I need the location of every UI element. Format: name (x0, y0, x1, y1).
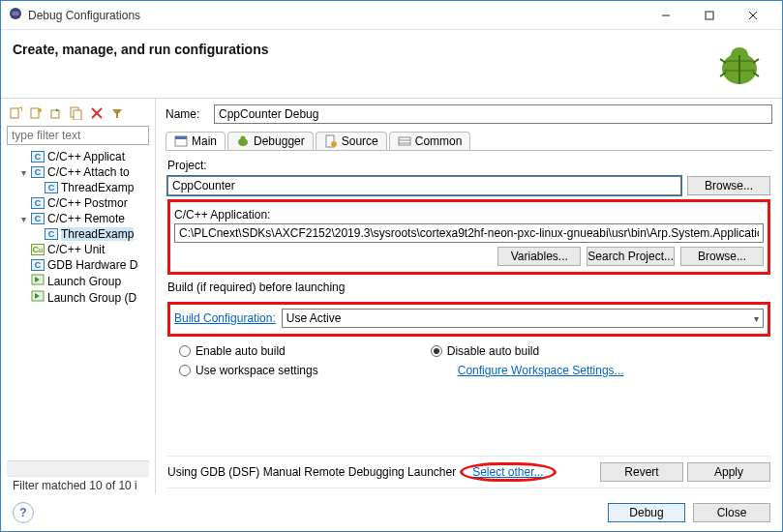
tab-common-label: Common (415, 134, 463, 148)
svg-rect-32 (399, 137, 410, 145)
c-unit-icon: Cu (31, 244, 45, 255)
tab-debugger[interactable]: Debugger (227, 132, 314, 150)
help-icon[interactable]: ? (13, 502, 34, 523)
window-title: Debug Configurations (28, 9, 644, 22)
build-config-redbox: Build Configuration: Use Active ▾ (167, 302, 770, 337)
delete-config-icon[interactable] (88, 104, 105, 122)
tree-node-launch-group-deprecated[interactable]: Launch Group (D (7, 289, 149, 306)
svg-text:+: + (18, 106, 22, 115)
svg-point-31 (331, 141, 337, 147)
c-icon: C (31, 213, 45, 224)
c-icon: C (45, 182, 58, 193)
close-button[interactable]: Close (693, 503, 770, 522)
c-icon: C (31, 197, 45, 209)
config-tabs: Main Debugger Source Common (166, 132, 772, 151)
tree-node-threadexample-remote[interactable]: CThreadExamp (7, 226, 149, 242)
name-input[interactable] (214, 104, 772, 124)
select-other-redcircle: Select other... (460, 462, 556, 482)
new-config-icon[interactable]: + (7, 104, 24, 122)
titlebar: Debug Configurations (1, 1, 782, 30)
c-icon: C (31, 151, 45, 163)
dialog-header: Create, manage, and run configurations (1, 30, 782, 99)
expand-icon[interactable]: ▾ (18, 167, 28, 178)
tab-source[interactable]: Source (316, 132, 387, 150)
tab-debugger-label: Debugger (254, 134, 305, 148)
filter-input[interactable] (7, 126, 149, 145)
browse-project-button[interactable]: Browse... (687, 176, 770, 195)
c-icon: C (31, 166, 45, 178)
tab-source-label: Source (342, 134, 378, 148)
build-configuration-link[interactable]: Build Configuration: (174, 311, 276, 325)
export-icon[interactable] (47, 104, 65, 122)
tree-node-gdb-hardware[interactable]: CGDB Hardware D (7, 257, 149, 273)
debugger-tab-icon (236, 134, 250, 148)
application-label: C/C++ Application: (174, 208, 764, 222)
radio-checked-icon (431, 345, 442, 357)
select-other-link[interactable]: Select other... (472, 465, 543, 479)
build-configuration-select[interactable]: Use Active ▾ (282, 309, 764, 328)
right-panel: Name: Main Debugger Source Common Projec… (156, 99, 782, 494)
name-label: Name: (166, 107, 208, 121)
revert-button[interactable]: Revert (600, 462, 683, 482)
c-icon: C (31, 259, 45, 271)
debug-bug-icon (714, 42, 765, 88)
tab-main[interactable]: Main (166, 132, 226, 150)
left-panel: + CC/C++ Applicat ▾CC/C++ Attach to CThr… (1, 99, 156, 494)
application-redbox: C/C++ Application: Variables... Search P… (167, 199, 770, 275)
build-configuration-value: Use Active (286, 311, 342, 325)
tab-common[interactable]: Common (389, 132, 471, 150)
svg-rect-19 (51, 110, 59, 118)
maximize-button[interactable] (687, 2, 731, 29)
project-label: Project: (167, 159, 770, 172)
tab-main-label: Main (192, 134, 217, 148)
tree-node-cpp-remote[interactable]: ▾CC/C++ Remote (7, 211, 149, 226)
launch-group-icon (31, 274, 45, 288)
launch-group-icon (31, 290, 45, 305)
c-icon: C (45, 228, 58, 240)
use-workspace-settings-radio[interactable]: Use workspace settings (179, 364, 318, 377)
debug-button[interactable]: Debug (608, 503, 685, 522)
filter-icon[interactable] (108, 104, 126, 122)
horizontal-scrollbar[interactable] (7, 460, 149, 476)
tree-node-cpp-attach[interactable]: ▾CC/C++ Attach to (7, 164, 149, 180)
filter-status: Filter matched 10 of 10 i (7, 476, 149, 494)
variables-button[interactable]: Variables... (497, 247, 581, 266)
tree-node-cpp-unit[interactable]: CuC/C++ Unit (7, 242, 149, 257)
svg-rect-17 (31, 108, 39, 118)
build-group-label: Build (if required) before launching (167, 281, 770, 294)
project-input[interactable] (167, 176, 681, 195)
duplicate-icon[interactable] (68, 104, 85, 122)
configure-workspace-settings-link[interactable]: Configure Workspace Settings... (458, 364, 624, 377)
radio-icon (179, 345, 191, 357)
config-toolbar: + (7, 103, 149, 126)
new-prototype-icon[interactable] (27, 104, 45, 122)
enable-auto-build-label: Enable auto build (196, 344, 286, 358)
tree-node-cpp-postmortem[interactable]: CC/C++ Postmor (7, 195, 149, 211)
tree-node-cpp-application[interactable]: CC/C++ Applicat (7, 149, 149, 164)
header-title: Create, manage, and run configurations (13, 42, 714, 57)
apply-button[interactable]: Apply (687, 462, 770, 482)
chevron-down-icon: ▾ (754, 313, 759, 324)
close-window-button[interactable] (731, 2, 774, 29)
browse-app-button[interactable]: Browse... (680, 247, 764, 266)
svg-rect-15 (11, 108, 18, 118)
disable-auto-build-label: Disable auto build (447, 344, 539, 358)
tree-node-launch-group[interactable]: Launch Group (7, 273, 149, 289)
common-tab-icon (398, 134, 411, 148)
application-input[interactable] (174, 223, 764, 243)
expand-icon[interactable]: ▾ (18, 214, 28, 224)
source-tab-icon (324, 134, 338, 148)
enable-auto-build-radio[interactable]: Enable auto build (179, 344, 286, 358)
eclipse-icon (9, 7, 22, 23)
svg-point-29 (241, 136, 246, 141)
svg-point-1 (12, 12, 19, 16)
launcher-text: Using GDB (DSF) Manual Remote Debugging … (167, 465, 456, 479)
disable-auto-build-radio[interactable]: Disable auto build (431, 344, 539, 358)
main-tab-icon (174, 134, 188, 148)
svg-rect-21 (74, 110, 81, 120)
search-project-button[interactable]: Search Project... (587, 247, 675, 266)
tree-node-threadexample-attach[interactable]: CThreadExamp (7, 180, 149, 195)
svg-rect-27 (175, 136, 187, 139)
minimize-button[interactable] (644, 2, 687, 29)
config-tree[interactable]: CC/C++ Applicat ▾CC/C++ Attach to CThrea… (7, 149, 149, 460)
